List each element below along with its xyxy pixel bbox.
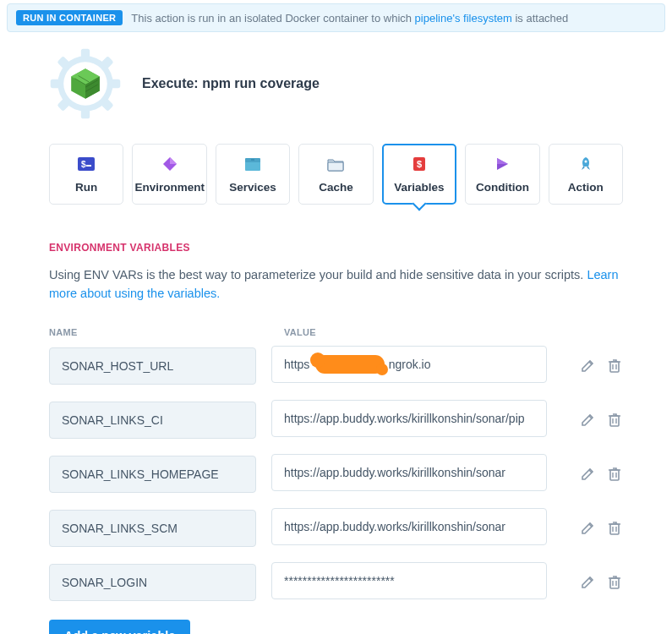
edit-icon[interactable]	[579, 358, 596, 374]
variable-value-field[interactable]	[271, 454, 547, 491]
svg-rect-3	[51, 79, 61, 88]
edit-icon[interactable]	[579, 520, 596, 537]
banner-text: This action is run in an isolated Docker…	[131, 12, 568, 25]
dollar-file-icon: $	[410, 156, 429, 172]
section-heading: ENVIRONMENT VARIABLES	[49, 242, 623, 254]
col-header-name: NAME	[49, 327, 269, 337]
tab-run[interactable]: $ Run	[49, 144, 123, 205]
variable-value-field[interactable]	[271, 508, 547, 545]
svg-marker-32	[587, 167, 590, 170]
variable-value-field[interactable]	[271, 400, 547, 437]
edit-icon[interactable]	[579, 574, 596, 591]
variable-name-field[interactable]: SONAR_LINKS_HOMEPAGE	[49, 456, 256, 493]
edit-icon[interactable]	[579, 466, 596, 483]
variable-value-field[interactable]	[271, 562, 547, 599]
svg-rect-45	[610, 578, 619, 588]
desc-text: Using ENV VARs is the best way to parame…	[49, 268, 587, 281]
folder-icon	[326, 156, 345, 172]
svg-rect-4	[110, 79, 120, 88]
tab-condition[interactable]: Condition	[465, 144, 539, 205]
edit-icon[interactable]	[579, 412, 596, 429]
row-actions	[579, 574, 623, 591]
node-cube-icon	[68, 66, 103, 101]
tab-action[interactable]: Action	[549, 144, 623, 205]
pipeline-filesystem-link[interactable]: pipeline's filesystem	[415, 12, 512, 25]
svg-rect-17	[78, 157, 95, 171]
tab-services[interactable]: Services	[216, 144, 290, 205]
svg-rect-24	[251, 159, 254, 161]
variable-name-field[interactable]: SONAR_LINKS_SCM	[49, 510, 256, 547]
col-header-value: VALUE	[284, 327, 560, 337]
svg-rect-19	[86, 165, 91, 167]
rocket-icon	[576, 156, 595, 172]
trash-icon[interactable]	[606, 466, 623, 483]
svg-rect-36	[610, 416, 619, 426]
row-actions	[579, 412, 623, 429]
action-header: Execute: npm run coverage	[49, 47, 623, 120]
trash-icon[interactable]	[606, 574, 623, 591]
trash-icon[interactable]	[606, 412, 623, 429]
variable-row: SONAR_LINKS_HOMEPAGE	[49, 454, 623, 495]
trash-icon[interactable]	[606, 520, 623, 537]
box-icon	[243, 156, 262, 172]
container-banner: RUN IN CONTAINER This action is run in a…	[7, 3, 665, 32]
terminal-icon: $	[77, 156, 96, 172]
banner-text-after: is attached	[512, 12, 569, 25]
svg-marker-29	[497, 158, 508, 164]
svg-text:$: $	[81, 160, 86, 169]
svg-marker-21	[170, 157, 177, 164]
svg-rect-1	[81, 49, 90, 59]
tab-label: Condition	[476, 181, 529, 194]
tab-label: Environment	[134, 181, 205, 194]
tab-environment[interactable]: Environment	[132, 144, 206, 205]
svg-rect-33	[610, 362, 619, 372]
variable-name-field[interactable]: SONAR_LOGIN	[49, 564, 256, 601]
svg-rect-25	[328, 162, 343, 171]
tab-label: Services	[229, 181, 276, 194]
action-icon-wrap	[49, 47, 122, 120]
svg-text:$: $	[417, 159, 422, 169]
svg-marker-31	[582, 167, 585, 170]
row-actions	[579, 466, 623, 483]
tab-cache[interactable]: Cache	[298, 144, 373, 205]
variable-row: SONAR_LINKS_CI	[49, 400, 623, 440]
add-variable-button[interactable]: Add a new variable	[49, 620, 190, 634]
row-actions	[579, 520, 623, 537]
banner-text-before: This action is run in an isolated Docker…	[131, 12, 414, 25]
variable-name-field[interactable]: SONAR_HOST_URL	[49, 347, 256, 385]
trash-icon[interactable]	[606, 358, 623, 374]
tab-label: Cache	[319, 181, 353, 194]
variable-row: SONAR_LOGIN	[49, 562, 623, 603]
play-icon	[493, 156, 511, 172]
section-description: Using ENV VARs is the best way to parame…	[49, 265, 623, 303]
variables-table-header: NAME VALUE	[49, 327, 623, 337]
svg-rect-2	[81, 108, 90, 118]
variable-row: SONAR_LINKS_SCM	[49, 508, 623, 549]
banner-badge: RUN IN CONTAINER	[16, 10, 123, 25]
tab-variables[interactable]: $ Variables	[382, 144, 457, 205]
row-actions	[579, 358, 623, 374]
variable-row: SONAR_HOST_URL	[49, 346, 623, 386]
variable-value-field[interactable]	[271, 346, 547, 383]
tab-label: Action	[568, 181, 604, 194]
tab-label: Run	[75, 181, 97, 194]
tabs-nav: $ Run Environment Services Cache $	[49, 144, 623, 205]
svg-rect-42	[610, 524, 619, 534]
tab-label: Variables	[394, 181, 444, 194]
svg-point-30	[584, 160, 587, 162]
svg-rect-39	[610, 470, 619, 480]
action-title: Execute: npm run coverage	[142, 76, 320, 91]
diamond-icon	[161, 156, 179, 172]
variable-name-field[interactable]: SONAR_LINKS_CI	[49, 402, 256, 439]
variables-table-body: SONAR_HOST_URLSONAR_LINKS_CISONAR_LINKS_…	[49, 346, 623, 603]
